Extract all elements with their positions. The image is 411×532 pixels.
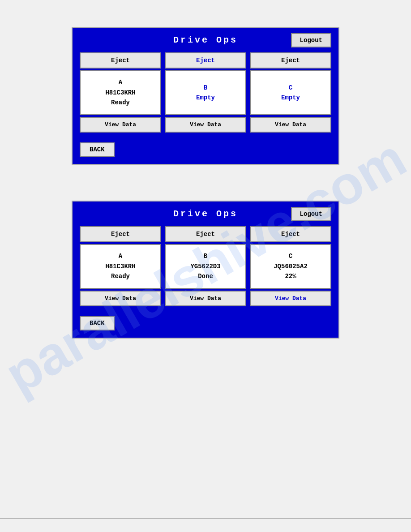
eject-button-a2[interactable]: Eject (80, 226, 161, 242)
eject-button-b1[interactable]: Eject (165, 52, 246, 69)
eject-button-b2[interactable]: Eject (165, 226, 246, 242)
drives-grid-2: Eject AH81C3KRHReady View Data Eject BYG… (80, 226, 331, 306)
bottom-divider (0, 518, 411, 519)
view-data-button-b1[interactable]: View Data (165, 117, 246, 133)
drive-label-b2: BYG5622D3Done (190, 251, 220, 281)
drive-info-b2: BYG5622D3Done (165, 244, 246, 289)
logout-button-1[interactable]: Logout (291, 33, 331, 47)
drive-cell-a1: Eject AH81C3KRHReady View Data (80, 52, 161, 133)
back-button-1[interactable]: BACK (80, 142, 115, 157)
eject-button-c1[interactable]: Eject (250, 52, 331, 69)
drive-cell-b2: Eject BYG5622D3Done View Data (165, 226, 246, 306)
view-data-button-a1[interactable]: View Data (80, 117, 161, 133)
panel-title-1: Drive Ops (173, 35, 238, 45)
drive-info-a2: AH81C3KRHReady (80, 244, 161, 289)
panel-title-2: Drive Ops (173, 209, 238, 219)
eject-button-c2[interactable]: Eject (250, 226, 331, 242)
drive-label-a1: AH81C3KRHReady (105, 77, 135, 107)
drive-cell-c2: Eject CJQ56025A222% View Data (250, 226, 331, 306)
view-data-button-a2[interactable]: View Data (80, 291, 161, 306)
drive-cell-c1: Eject CEmpty View Data (250, 52, 331, 133)
panel-header-2: Drive Ops Logout (80, 209, 331, 219)
view-data-button-c1[interactable]: View Data (250, 117, 331, 133)
drive-label-c2: CJQ56025A222% (274, 251, 308, 281)
drive-ops-panel-2: Drive Ops Logout Eject AH81C3KRHReady Vi… (72, 201, 339, 339)
drive-ops-panel-1: Drive Ops Logout Eject AH81C3KRHReady Vi… (72, 27, 339, 165)
panel-header-1: Drive Ops Logout (80, 35, 331, 45)
view-data-button-c2[interactable]: View Data (250, 291, 331, 306)
logout-button-2[interactable]: Logout (291, 207, 331, 221)
drive-label-b1: BEmpty (196, 83, 215, 103)
drive-info-c2: CJQ56025A222% (250, 244, 331, 289)
drive-cell-b1: Eject BEmpty View Data (165, 52, 246, 133)
drive-label-a2: AH81C3KRHReady (105, 251, 135, 281)
drive-info-c1: CEmpty (250, 70, 331, 115)
back-button-2[interactable]: BACK (80, 316, 115, 330)
drive-info-a1: AH81C3KRHReady (80, 70, 161, 115)
drive-label-c1: CEmpty (281, 83, 300, 103)
drive-info-b1: BEmpty (165, 70, 246, 115)
view-data-button-b2[interactable]: View Data (165, 291, 246, 306)
drive-cell-a2: Eject AH81C3KRHReady View Data (80, 226, 161, 306)
eject-button-a1[interactable]: Eject (80, 52, 161, 69)
drives-grid-1: Eject AH81C3KRHReady View Data Eject BEm… (80, 52, 331, 133)
